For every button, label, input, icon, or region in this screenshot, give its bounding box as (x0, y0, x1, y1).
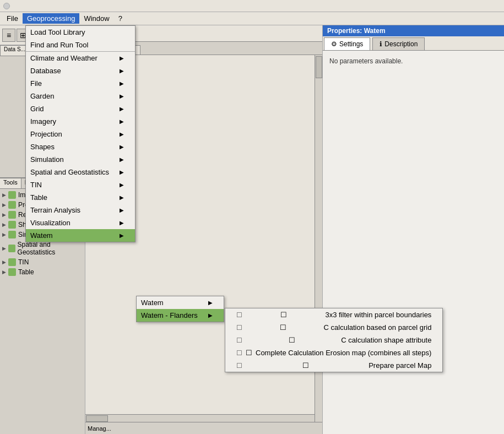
shapes-item[interactable]: Shapes ▶ (26, 140, 135, 153)
complete-calc-item[interactable]: ☐ Complete Calculation Erosion map (comb… (225, 346, 442, 359)
tree-icon-rep (8, 211, 16, 219)
tree-icon-sp (8, 245, 15, 252)
tree-icon-tbl (8, 268, 16, 276)
right-panel: Properties: Watem ⚙ Settings ℹ Descripti… (322, 25, 504, 434)
menu-help[interactable]: ? (114, 13, 127, 24)
expand-arrow: ▶ (2, 192, 6, 198)
horizontal-scrollbar[interactable] (85, 414, 315, 422)
tree-icon-import (8, 191, 16, 199)
tin-item[interactable]: TIN ▶ (26, 178, 135, 191)
watem-item[interactable]: Watem ▶ (26, 229, 135, 242)
simulation-arrow: ▶ (120, 156, 124, 162)
visualization-arrow: ▶ (120, 220, 124, 226)
watem-flanders-arrow: ▶ (208, 312, 213, 318)
expand-arrow-tin: ▶ (2, 259, 6, 265)
projection-arrow: ▶ (120, 131, 124, 137)
imagery-item[interactable]: Imagery ▶ (26, 115, 135, 128)
scroll-thumb[interactable] (316, 56, 322, 78)
database-arrow: ▶ (120, 68, 124, 74)
grid-item[interactable]: Grid ▶ (26, 102, 135, 115)
tin-arrow: ▶ (120, 182, 124, 188)
tools-tab[interactable]: Tools (0, 178, 21, 188)
watem-sub-item[interactable]: Watem ▶ (137, 296, 224, 309)
description-tab[interactable]: ℹ Description (372, 37, 425, 50)
filter-parcel-item[interactable]: ☐ 3x3 filter within parcel boundaries (225, 308, 442, 321)
menu-bar: File Geoprocessing Window ? Load Tool Li… (0, 12, 504, 25)
checkbox-c-shape: ☐ (289, 336, 295, 344)
imagery-arrow: ▶ (120, 118, 124, 124)
data-sources-tab[interactable]: Data S... (0, 45, 29, 56)
watem-arrow: ▶ (120, 232, 124, 238)
c-calc-parcel-item[interactable]: ☐ C calculation based on parcel grid (225, 321, 442, 334)
checkbox-prepare: ☐ (302, 361, 309, 370)
checkbox-complete: ☐ (246, 349, 252, 357)
grid-arrow: ▶ (120, 106, 124, 112)
tree-item-table[interactable]: ▶ Table (0, 267, 85, 277)
tree-item-spatial[interactable]: ▶ Spatial and Geostatistics (0, 240, 85, 257)
menu-window[interactable]: Window (79, 13, 113, 24)
projection-item[interactable]: Projection ▶ (26, 128, 135, 140)
tree-icon-tin (8, 258, 16, 266)
expand-arrow-tbl: ▶ (2, 269, 6, 275)
expand-arrow-rep: ▶ (2, 212, 6, 218)
watem-flanders-item[interactable]: Watem - Flanders ▶ (137, 309, 224, 322)
tree-icon-sim (8, 231, 16, 238)
spatial-geo-arrow: ▶ (120, 169, 124, 175)
no-params-text: No parameters available. (329, 57, 403, 65)
file-cat-item[interactable]: File ▶ (26, 77, 135, 90)
database-item[interactable]: Database ▶ (26, 64, 135, 77)
right-panel-tabs: ⚙ Settings ℹ Description (323, 36, 504, 51)
properties-title: Properties: Watem (323, 25, 504, 36)
expand-arrow-sh: ▶ (2, 222, 6, 227)
checkbox-c-calc: ☐ (280, 323, 286, 332)
c-calc-shape-item[interactable]: ☐ C calculation shape attribute (225, 334, 442, 346)
load-tool-library-item[interactable]: Load Tool Library (26, 26, 135, 39)
menu-geoprocessing[interactable]: Geoprocessing (23, 13, 79, 24)
garden-arrow: ▶ (120, 93, 124, 99)
expand-arrow-sim: ▶ (2, 232, 6, 237)
tree-item-tin[interactable]: ▶ TIN (0, 257, 85, 267)
find-run-tool-item[interactable]: Find and Run Tool (26, 39, 135, 51)
simulation-item[interactable]: Simulation ▶ (26, 153, 135, 166)
tree-icon-sh (8, 221, 16, 229)
tree-icon-proj (8, 201, 16, 209)
prepare-parcel-item[interactable]: ☐ Prepare parcel Map (225, 359, 442, 372)
geoprocessing-menu: Load Tool Library Find and Run Tool Clim… (25, 25, 136, 242)
shapes-arrow: ▶ (120, 144, 124, 150)
garden-item[interactable]: Garden ▶ (26, 90, 135, 102)
settings-tab[interactable]: ⚙ Settings (324, 37, 370, 50)
climate-weather-arrow: ▶ (120, 55, 124, 61)
climate-weather-item[interactable]: Climate and Weather ▶ (26, 52, 135, 64)
table-item[interactable]: Table ▶ (26, 191, 135, 204)
spatial-geo-item[interactable]: Spatial and Geostatistics ▶ (26, 166, 135, 178)
visualization-item[interactable]: Visualization ▶ (26, 216, 135, 229)
terrain-arrow: ▶ (120, 207, 124, 213)
file-cat-arrow: ▶ (120, 80, 124, 86)
menu-file[interactable]: File (2, 13, 23, 24)
properties-content: No parameters available. (323, 51, 504, 72)
terrain-item[interactable]: Terrain Analysis ▶ (26, 204, 135, 216)
expand-arrow-sp: ▶ (2, 246, 6, 251)
manage-label: Manag... (88, 425, 111, 432)
table-arrow: ▶ (120, 194, 124, 200)
h-scroll-thumb[interactable] (86, 415, 108, 422)
watem-flanders-submenu: ☐ 3x3 filter within parcel boundaries ☐ … (225, 308, 443, 372)
manage-bar: Manag... (85, 422, 322, 434)
expand-arrow-proj: ▶ (2, 202, 6, 208)
info-icon: ℹ (380, 40, 382, 48)
title-bar (0, 0, 504, 12)
toolbar-btn-1[interactable]: ≡ (2, 29, 15, 42)
checkbox-filter: ☐ (280, 311, 287, 319)
settings-icon: ⚙ (331, 40, 337, 48)
watem-submenu: Watem ▶ Watem - Flanders ▶ (136, 296, 224, 322)
watem-sub-arrow: ▶ (208, 300, 213, 306)
title-bar-dot (3, 3, 10, 9)
